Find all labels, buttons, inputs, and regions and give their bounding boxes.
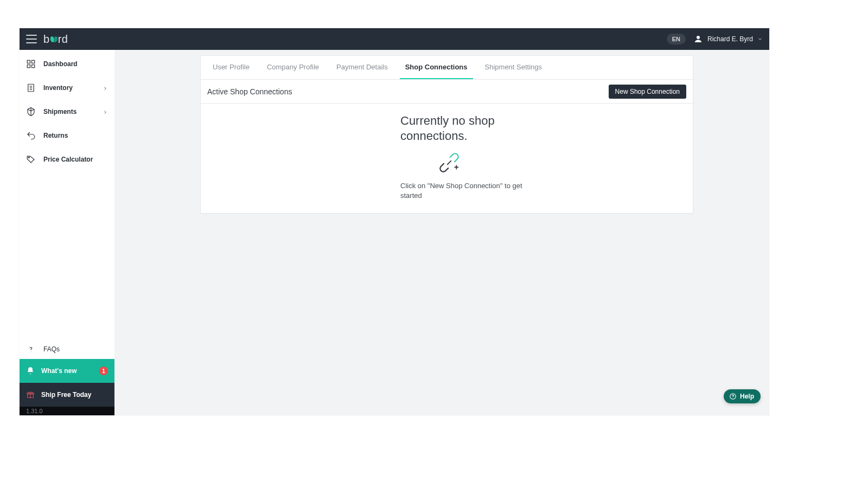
sidebar-item-label: Inventory <box>43 84 73 92</box>
sidebar-item-dashboard[interactable]: Dashboard <box>20 52 114 76</box>
chevron-down-icon <box>757 36 763 42</box>
tab-company-profile[interactable]: Company Profile <box>261 56 324 79</box>
chevron-right-icon <box>103 85 108 91</box>
sidebar-item-returns[interactable]: Returns <box>20 124 114 147</box>
app-window: b rd EN Richard E. Byrd <box>20 28 769 415</box>
topbar: b rd EN Richard E. Byrd <box>20 28 769 50</box>
empty-state-subtitle: Click on "New Shop Connection" to get st… <box>400 181 531 200</box>
tab-label: User Profile <box>213 63 250 71</box>
user-name: Richard E. Byrd <box>707 35 753 43</box>
sidebar-item-label: Dashboard <box>43 60 78 68</box>
tab-label: Company Profile <box>267 63 319 71</box>
chevron-right-icon <box>103 109 108 114</box>
tab-label: Shop Connections <box>405 63 468 71</box>
svg-rect-2 <box>32 60 35 63</box>
section-header: Active Shop Connections New Shop Connect… <box>201 80 693 104</box>
sidebar-item-label: Ship Free Today <box>41 391 91 399</box>
tab-payment-details[interactable]: Payment Details <box>331 56 393 79</box>
sidebar-item-label: FAQs <box>43 345 60 353</box>
gift-icon <box>26 390 35 399</box>
svg-point-0 <box>697 36 700 39</box>
leaf-icon <box>50 36 58 43</box>
help-label: Help <box>740 393 754 400</box>
settings-tabs: User Profile Company Profile Payment Det… <box>201 56 693 80</box>
tab-user-profile[interactable]: User Profile <box>207 56 255 79</box>
user-icon <box>693 34 703 44</box>
logo-text-left: b <box>43 34 50 44</box>
svg-point-14 <box>733 397 733 398</box>
logo[interactable]: b rd <box>43 34 68 44</box>
svg-point-10 <box>31 351 31 351</box>
tab-shop-connections[interactable]: Shop Connections <box>400 56 473 79</box>
logo-text-right: rd <box>58 34 68 44</box>
svg-rect-3 <box>27 65 30 68</box>
dashboard-icon <box>26 59 36 69</box>
tab-label: Shipment Settings <box>485 63 542 71</box>
help-icon <box>729 393 737 400</box>
language-selector[interactable]: EN <box>667 34 686 44</box>
sidebar-item-inventory[interactable]: Inventory <box>20 76 114 100</box>
tab-shipment-settings[interactable]: Shipment Settings <box>480 56 548 79</box>
version-label: 1.31.0 <box>20 407 114 415</box>
new-shop-connection-button[interactable]: New Shop Connection <box>609 85 686 99</box>
user-menu[interactable]: Richard E. Byrd <box>693 34 763 44</box>
inventory-icon <box>26 83 36 93</box>
sidebar-item-label: What's new <box>41 367 77 375</box>
sidebar-item-faqs[interactable]: FAQs <box>20 339 114 359</box>
sidebar-item-label: Returns <box>43 132 68 139</box>
link-plus-icon <box>438 152 460 174</box>
svg-rect-4 <box>32 65 35 68</box>
svg-rect-1 <box>27 60 30 63</box>
sidebar-item-label: Shipments <box>43 108 76 115</box>
shipments-icon <box>26 107 36 117</box>
section-title: Active Shop Connections <box>207 87 292 96</box>
sidebar-item-price-calculator[interactable]: Price Calculator <box>20 147 114 171</box>
settings-card: User Profile Company Profile Payment Det… <box>200 55 693 214</box>
sidebar-item-whatsnew[interactable]: What's new 1 <box>20 359 114 383</box>
main-content: User Profile Company Profile Payment Det… <box>114 50 769 415</box>
language-label: EN <box>672 36 680 42</box>
whatsnew-badge: 1 <box>99 367 108 375</box>
empty-state-title: Currently no shop connections. <box>400 113 520 143</box>
tab-label: Payment Details <box>336 63 388 71</box>
bell-icon <box>26 367 35 375</box>
help-button[interactable]: Help <box>724 389 761 403</box>
sidebar-item-shipments[interactable]: Shipments <box>20 100 114 124</box>
sidebar: Dashboard Inventory Shipments <box>20 50 114 415</box>
sidebar-item-label: Price Calculator <box>43 156 93 163</box>
empty-state: Currently no shop connections. Click on … <box>201 104 693 213</box>
menu-toggle-button[interactable] <box>26 35 37 43</box>
price-tag-icon <box>26 155 36 164</box>
question-icon <box>26 345 36 353</box>
sidebar-item-shipfree[interactable]: Ship Free Today <box>20 383 114 407</box>
svg-point-9 <box>28 157 29 158</box>
returns-icon <box>26 131 36 140</box>
